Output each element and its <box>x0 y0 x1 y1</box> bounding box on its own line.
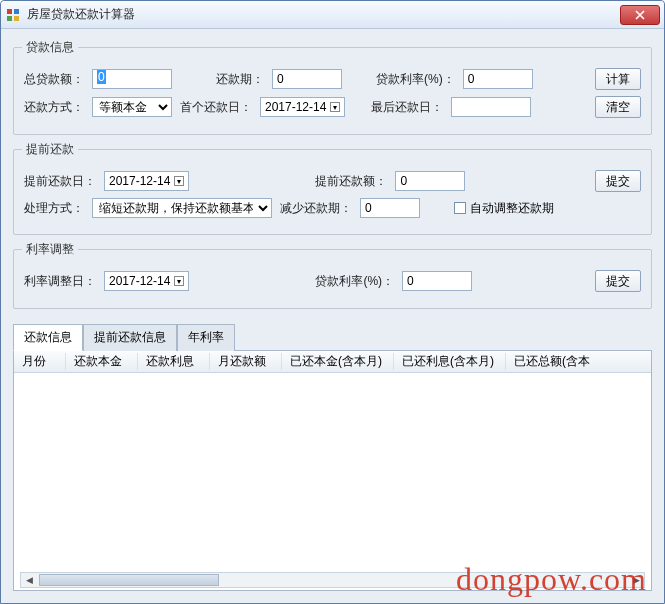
window-title: 房屋贷款还款计算器 <box>27 6 620 23</box>
first-date-picker[interactable]: 2017-12-14 ▾ <box>260 97 345 117</box>
prepay-date-picker[interactable]: 2017-12-14 ▾ <box>104 171 189 191</box>
rate-adjust-group: 利率调整 利率调整日： 2017-12-14 ▾ 贷款利率(%)： 提交 <box>13 249 652 309</box>
method-select[interactable]: 等额本金 <box>92 97 172 117</box>
tab-annual-rate[interactable]: 年利率 <box>177 324 235 351</box>
loan-legend: 贷款信息 <box>22 39 78 56</box>
rate-label: 贷款利率(%)： <box>376 71 455 88</box>
rate-adjust-date-picker[interactable]: 2017-12-14 ▾ <box>104 271 189 291</box>
horizontal-scrollbar[interactable]: ◀ ▶ <box>20 572 645 588</box>
clear-button[interactable]: 清空 <box>595 96 641 118</box>
first-date-value: 2017-12-14 <box>265 100 326 114</box>
close-icon <box>635 10 645 20</box>
col-paid-interest[interactable]: 已还利息(含本月) <box>394 353 506 370</box>
result-tabs: 还款信息 提前还款信息 年利率 <box>13 323 652 351</box>
col-interest[interactable]: 还款利息 <box>138 353 210 370</box>
prepay-date-label: 提前还款日： <box>24 173 96 190</box>
rate-adjust-date-label: 利率调整日： <box>24 273 96 290</box>
rate-adjust-legend: 利率调整 <box>22 241 78 258</box>
titlebar: 房屋贷款还款计算器 <box>1 1 664 29</box>
calc-button[interactable]: 计算 <box>595 68 641 90</box>
prepay-legend: 提前还款 <box>22 141 78 158</box>
svg-rect-0 <box>7 9 12 14</box>
prepay-amount-input[interactable] <box>395 171 465 191</box>
prepay-group: 提前还款 提前还款日： 2017-12-14 ▾ 提前还款额： 提交 处理方式：… <box>13 149 652 235</box>
rate-adjust-rate-label: 贷款利率(%)： <box>315 273 394 290</box>
scroll-thumb[interactable] <box>39 574 219 586</box>
prepay-date-value: 2017-12-14 <box>109 174 170 188</box>
chevron-down-icon[interactable]: ▾ <box>174 276 184 286</box>
handle-label: 处理方式： <box>24 200 84 217</box>
chevron-down-icon[interactable]: ▾ <box>174 176 184 186</box>
loan-info-group: 贷款信息 总贷款额： 0 还款期： 贷款利率(%)： 计算 还款方式： 等额本金… <box>13 47 652 135</box>
col-monthly[interactable]: 月还款额 <box>210 353 282 370</box>
rate-adjust-rate-input[interactable] <box>402 271 472 291</box>
prepay-amount-label: 提前还款额： <box>315 173 387 190</box>
svg-rect-1 <box>14 9 19 14</box>
handle-select[interactable]: 缩短还款期，保持还款额基本不变 <box>92 198 272 218</box>
reduce-label: 减少还款期： <box>280 200 352 217</box>
scroll-left-icon[interactable]: ◀ <box>21 573 37 587</box>
rate-adjust-date-value: 2017-12-14 <box>109 274 170 288</box>
first-date-label: 首个还款日： <box>180 99 252 116</box>
svg-rect-3 <box>14 16 19 21</box>
table-header: 月份 还款本金 还款利息 月还款额 已还本金(含本月) 已还利息(含本月) 已还… <box>14 351 651 373</box>
last-date-label: 最后还款日： <box>371 99 443 116</box>
total-loan-input[interactable]: 0 <box>92 69 172 89</box>
col-paid-principal[interactable]: 已还本金(含本月) <box>282 353 394 370</box>
rate-input[interactable] <box>463 69 533 89</box>
col-principal[interactable]: 还款本金 <box>66 353 138 370</box>
close-button[interactable] <box>620 5 660 25</box>
app-icon <box>5 7 21 23</box>
result-table: 月份 还款本金 还款利息 月还款额 已还本金(含本月) 已还利息(含本月) 已还… <box>13 351 652 591</box>
rate-adjust-submit-button[interactable]: 提交 <box>595 270 641 292</box>
reduce-input[interactable] <box>360 198 420 218</box>
total-loan-label: 总贷款额： <box>24 71 84 88</box>
checkbox-icon <box>454 202 466 214</box>
prepay-submit-button[interactable]: 提交 <box>595 170 641 192</box>
col-month[interactable]: 月份 <box>14 353 66 370</box>
last-date-input[interactable] <box>451 97 531 117</box>
svg-rect-2 <box>7 16 12 21</box>
tab-repay-info[interactable]: 还款信息 <box>13 324 83 351</box>
tab-prepay-info[interactable]: 提前还款信息 <box>83 324 177 351</box>
method-label: 还款方式： <box>24 99 84 116</box>
periods-input[interactable] <box>272 69 342 89</box>
auto-adjust-label: 自动调整还款期 <box>470 200 554 217</box>
scroll-right-icon[interactable]: ▶ <box>628 573 644 587</box>
auto-adjust-checkbox[interactable]: 自动调整还款期 <box>454 200 554 217</box>
chevron-down-icon[interactable]: ▾ <box>330 102 340 112</box>
periods-label: 还款期： <box>216 71 264 88</box>
col-paid-total[interactable]: 已还总额(含本 <box>506 353 616 370</box>
